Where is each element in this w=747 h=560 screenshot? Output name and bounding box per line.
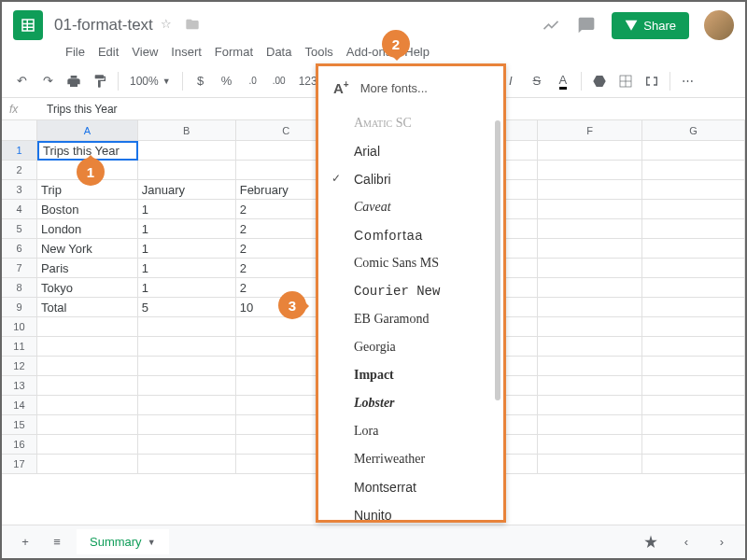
cell-A17[interactable] bbox=[37, 455, 138, 474]
font-option-comfortaa[interactable]: Comfortaa bbox=[318, 221, 503, 249]
row-header-13[interactable]: 13 bbox=[2, 376, 37, 396]
cell-A9[interactable]: Total bbox=[37, 298, 138, 317]
row-header-17[interactable]: 17 bbox=[2, 455, 37, 474]
avatar[interactable] bbox=[704, 10, 734, 40]
percent-icon[interactable]: % bbox=[215, 69, 239, 93]
row-header-3[interactable]: 3 bbox=[2, 180, 37, 200]
row-header-12[interactable]: 12 bbox=[2, 357, 37, 376]
cell-B10[interactable] bbox=[138, 317, 236, 337]
share-button[interactable]: Share bbox=[612, 12, 689, 39]
redo-icon[interactable]: ↷ bbox=[35, 69, 60, 93]
font-option-merriweather[interactable]: Merriweather bbox=[318, 445, 503, 473]
row-header-14[interactable]: 14 bbox=[2, 396, 37, 415]
menu-data[interactable]: Data bbox=[261, 43, 297, 61]
folder-icon[interactable] bbox=[185, 17, 202, 34]
cell-G7[interactable] bbox=[642, 259, 745, 278]
cell-G13[interactable] bbox=[642, 376, 745, 396]
menu-insert[interactable]: Insert bbox=[165, 43, 207, 61]
cell-B6[interactable]: 1 bbox=[138, 239, 236, 259]
col-header-F[interactable]: F bbox=[538, 120, 642, 141]
font-option-arial[interactable]: Arial bbox=[318, 137, 503, 165]
cell-G15[interactable] bbox=[642, 415, 745, 435]
row-header-6[interactable]: 6 bbox=[2, 239, 37, 259]
cell-B1[interactable] bbox=[138, 141, 236, 161]
cell-F14[interactable] bbox=[538, 396, 642, 415]
scroll-left-icon[interactable]: ‹ bbox=[674, 530, 698, 554]
row-header-11[interactable]: 11 bbox=[2, 337, 37, 357]
cell-A4[interactable]: Boston bbox=[37, 200, 138, 219]
fill-color-icon[interactable] bbox=[587, 69, 612, 93]
sheet-tab-summary[interactable]: Summary ▼ bbox=[77, 529, 169, 554]
cell-B17[interactable] bbox=[138, 455, 236, 474]
font-option-comic sans ms[interactable]: Comic Sans MS bbox=[318, 249, 503, 277]
cell-G2[interactable] bbox=[642, 161, 745, 180]
cell-G6[interactable] bbox=[642, 239, 745, 259]
cell-B5[interactable]: 1 bbox=[138, 219, 236, 239]
cell-F6[interactable] bbox=[538, 239, 642, 259]
cell-B3[interactable]: January bbox=[138, 180, 236, 200]
cell-G4[interactable] bbox=[642, 200, 745, 219]
cell-F2[interactable] bbox=[538, 161, 642, 180]
cell-A10[interactable] bbox=[37, 317, 138, 337]
row-header-1[interactable]: 1 bbox=[2, 141, 37, 161]
cell-F12[interactable] bbox=[538, 357, 642, 376]
merge-icon[interactable] bbox=[640, 69, 664, 93]
cell-A12[interactable] bbox=[37, 357, 138, 376]
font-option-georgia[interactable]: Georgia bbox=[318, 333, 503, 361]
undo-icon[interactable]: ↶ bbox=[9, 69, 34, 93]
row-header-10[interactable]: 10 bbox=[2, 317, 37, 337]
more-fonts-item[interactable]: A+ More fonts... bbox=[318, 66, 503, 109]
cell-F5[interactable] bbox=[538, 219, 642, 239]
col-header-B[interactable]: B bbox=[138, 120, 236, 141]
cell-B9[interactable]: 5 bbox=[138, 298, 236, 317]
cell-B4[interactable]: 1 bbox=[138, 200, 236, 219]
scroll-right-icon[interactable]: › bbox=[710, 530, 734, 554]
zoom-selector[interactable]: 100% ▼ bbox=[124, 75, 176, 88]
font-option-courier new[interactable]: Courier New bbox=[318, 277, 503, 305]
font-option-caveat[interactable]: Caveat bbox=[318, 193, 503, 221]
col-header-G[interactable]: G bbox=[642, 120, 745, 141]
cell-G3[interactable] bbox=[642, 180, 745, 200]
cell-F10[interactable] bbox=[538, 317, 642, 337]
cell-B14[interactable] bbox=[138, 396, 236, 415]
cell-A15[interactable] bbox=[37, 415, 138, 435]
font-option-calibri[interactable]: Calibri bbox=[318, 165, 503, 193]
cell-A11[interactable] bbox=[37, 337, 138, 357]
document-title[interactable]: 01-format-text bbox=[54, 16, 153, 35]
menu-file[interactable]: File bbox=[60, 43, 91, 61]
decimal-decrease-icon[interactable]: .0 bbox=[241, 69, 265, 93]
cell-G8[interactable] bbox=[642, 278, 745, 298]
cell-F16[interactable] bbox=[538, 435, 642, 455]
font-option-montserrat[interactable]: Montserrat bbox=[318, 473, 503, 501]
explore-icon[interactable] bbox=[639, 530, 663, 554]
cell-G1[interactable] bbox=[642, 141, 745, 161]
cell-F7[interactable] bbox=[538, 259, 642, 278]
cell-G17[interactable] bbox=[642, 455, 745, 474]
paint-format-icon[interactable] bbox=[88, 69, 112, 93]
cell-G16[interactable] bbox=[642, 435, 745, 455]
cell-B8[interactable]: 1 bbox=[138, 278, 236, 298]
all-sheets-icon[interactable]: ≡ bbox=[45, 530, 69, 554]
cell-G9[interactable] bbox=[642, 298, 745, 317]
row-header-8[interactable]: 8 bbox=[2, 278, 37, 298]
cell-G12[interactable] bbox=[642, 357, 745, 376]
cell-F15[interactable] bbox=[538, 415, 642, 435]
cell-A8[interactable]: Tokyo bbox=[37, 278, 138, 298]
add-sheet-icon[interactable]: + bbox=[13, 530, 37, 554]
cell-F1[interactable] bbox=[538, 141, 642, 161]
cell-F4[interactable] bbox=[538, 200, 642, 219]
cell-F11[interactable] bbox=[538, 337, 642, 357]
cell-F8[interactable] bbox=[538, 278, 642, 298]
cell-F17[interactable] bbox=[538, 455, 642, 474]
cell-G5[interactable] bbox=[642, 219, 745, 239]
row-header-7[interactable]: 7 bbox=[2, 259, 37, 278]
cell-A7[interactable]: Paris bbox=[37, 259, 138, 278]
star-icon[interactable]: ☆ bbox=[161, 17, 177, 34]
decimal-increase-icon[interactable]: .00 bbox=[267, 69, 291, 93]
currency-icon[interactable]: $ bbox=[189, 69, 213, 93]
comment-icon[interactable] bbox=[576, 15, 597, 35]
row-header-2[interactable]: 2 bbox=[2, 161, 37, 180]
cell-B15[interactable] bbox=[138, 415, 236, 435]
col-header-A[interactable]: A bbox=[37, 120, 138, 141]
sheets-logo[interactable] bbox=[13, 10, 43, 40]
